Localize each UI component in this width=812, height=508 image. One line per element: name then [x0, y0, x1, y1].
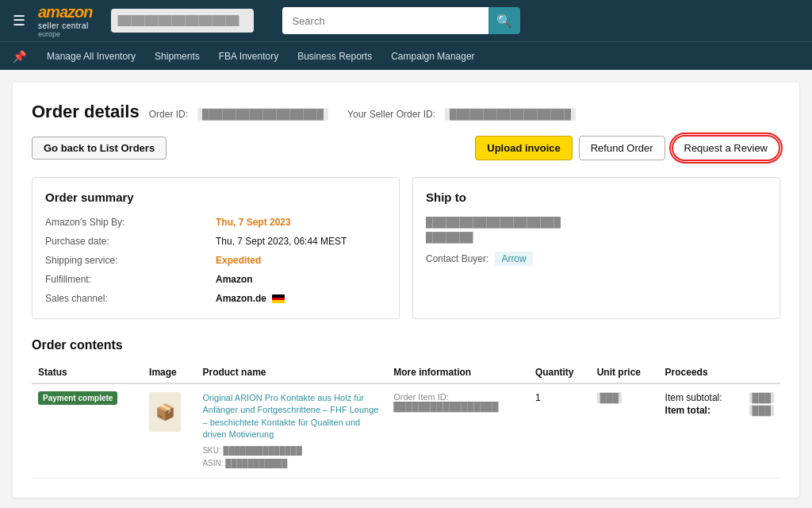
refund-order-button[interactable]: Refund Order	[579, 136, 665, 160]
cell-unit-price: ███	[591, 383, 659, 478]
cell-product-name: Original ARION Pro Kontakte aus Holz für…	[196, 383, 387, 478]
upload-invoice-button[interactable]: Upload invoice	[475, 136, 572, 160]
order-header: Order details Order ID: ████████████████…	[32, 102, 780, 122]
fulfillment-value: Amazon	[216, 272, 386, 287]
table-row: Payment complete 📦 Original ARION Pro Ko…	[32, 383, 780, 478]
purchase-date-label: Purchase date:	[45, 234, 216, 248]
contact-buyer-row: Contact Buyer: Arrow	[426, 252, 767, 266]
payment-complete-badge: Payment complete	[38, 391, 117, 405]
pin-icon: 📌	[13, 50, 26, 63]
order-id-label: Order ID:	[149, 109, 188, 120]
order-item-id-label: Order Item ID:	[393, 392, 523, 402]
back-to-list-button[interactable]: Go back to List Orders	[32, 137, 167, 160]
ship-to-title: Ship to	[426, 190, 767, 204]
cell-proceeds: Item subtotal: ███ Item total: ███	[659, 383, 780, 478]
page-title: Order details	[32, 102, 140, 122]
col-more-info: More information	[387, 362, 529, 383]
order-summary-title: Order summary	[45, 190, 386, 204]
cell-image: 📦	[143, 383, 196, 478]
request-review-button[interactable]: Request a Review	[672, 135, 781, 161]
col-product-name: Product name	[196, 362, 387, 383]
ship-to-box: Ship to ████████████████████ ███████ Con…	[412, 177, 780, 319]
table-header-row: Status Image Product name More informati…	[32, 362, 780, 383]
cell-more-info: Order Item ID: █████████████████	[387, 383, 529, 478]
address-line2: ███████	[426, 230, 767, 245]
product-link[interactable]: Original ARION Pro Kontakte aus Holz für…	[202, 392, 381, 441]
search-button[interactable]: 🔍	[488, 7, 520, 34]
product-asin: ASIN: ███████████	[202, 457, 381, 470]
sidebar-item-fba-inventory[interactable]: FBA Inventory	[211, 42, 286, 71]
top-search-bar[interactable]	[111, 9, 254, 33]
german-flag-icon	[272, 294, 285, 303]
col-proceeds: Proceeds	[659, 362, 780, 383]
item-subtotal-value: ███	[749, 392, 774, 403]
logo-area: amazon seller central europe	[38, 3, 92, 38]
seller-order-label: Your Seller Order ID:	[347, 109, 435, 120]
col-status: Status	[32, 362, 143, 383]
fulfillment-label: Fulfillment:	[45, 272, 216, 287]
sales-channel-label: Sales channel:	[45, 291, 216, 306]
item-total-label: Item total:	[665, 405, 710, 416]
main-search-area: 🔍	[282, 7, 799, 34]
page-content: Order details Order ID: ████████████████…	[13, 83, 799, 498]
col-image: Image	[143, 362, 196, 383]
seller-order-value: ██████████████████	[445, 108, 576, 121]
ship-address: ████████████████████ ███████	[426, 215, 767, 245]
cell-status: Payment complete	[32, 383, 143, 478]
col-quantity: Quantity	[529, 362, 591, 383]
shipping-service-label: Shipping service:	[45, 253, 216, 267]
order-contents-section: Order contents Status Image Product name…	[32, 338, 780, 479]
summary-section: Order summary Amazon's Ship By: Thu, 7 S…	[32, 177, 780, 319]
item-total-value: ███	[749, 405, 774, 416]
secondary-navbar: 📌 Manage All Inventory Shipments FBA Inv…	[0, 41, 812, 70]
sales-channel-value: Amazon.de	[216, 291, 386, 306]
purchase-date-value: Thu, 7 Sept 2023, 06:44 MEST	[216, 234, 386, 248]
shipping-service-value: Expedited	[216, 253, 386, 267]
search-input[interactable]	[282, 7, 488, 34]
item-subtotal-label: Item subtotal:	[665, 392, 722, 403]
sidebar-item-shipments[interactable]: Shipments	[147, 42, 208, 71]
region-label: europe	[38, 30, 60, 38]
amazon-logo: amazon	[38, 3, 92, 21]
contact-buyer-label: Contact Buyer:	[426, 253, 488, 264]
sidebar-item-business-reports[interactable]: Business Reports	[289, 42, 380, 71]
contact-buyer-link[interactable]: Arrow	[495, 252, 532, 266]
ship-by-value: Thu, 7 Sept 2023	[216, 215, 386, 229]
proceeds-total-row: Item total: ███	[665, 405, 774, 416]
top-navbar: ☰ amazon seller central europe 🔍	[0, 0, 812, 41]
unit-price-value: ███	[597, 392, 622, 403]
sidebar-item-manage-inventory[interactable]: Manage All Inventory	[39, 42, 144, 71]
proceeds-subtotal-row: Item subtotal: ███	[665, 392, 774, 403]
address-line1: ████████████████████	[426, 215, 767, 230]
product-sku: SKU: ██████████████	[202, 444, 381, 457]
product-image: 📦	[149, 392, 181, 432]
action-buttons: Upload invoice Refund Order Request a Re…	[475, 135, 780, 161]
order-item-id-value: █████████████████	[393, 402, 523, 411]
col-unit-price: Unit price	[591, 362, 659, 383]
order-id-value: ██████████████████	[197, 108, 328, 121]
order-summary-box: Order summary Amazon's Ship By: Thu, 7 S…	[32, 177, 400, 319]
order-table: Status Image Product name More informati…	[32, 362, 780, 479]
order-contents-title: Order contents	[32, 338, 780, 352]
sidebar-item-campaign-manager[interactable]: Campaign Manager	[383, 42, 482, 71]
seller-central-label: seller central	[38, 21, 89, 30]
cell-quantity: 1	[529, 383, 591, 478]
summary-grid: Amazon's Ship By: Thu, 7 Sept 2023 Purch…	[45, 215, 386, 306]
action-bar: Go back to List Orders Upload invoice Re…	[32, 135, 780, 161]
ship-by-label: Amazon's Ship By:	[45, 215, 216, 229]
hamburger-menu[interactable]: ☰	[13, 12, 25, 29]
